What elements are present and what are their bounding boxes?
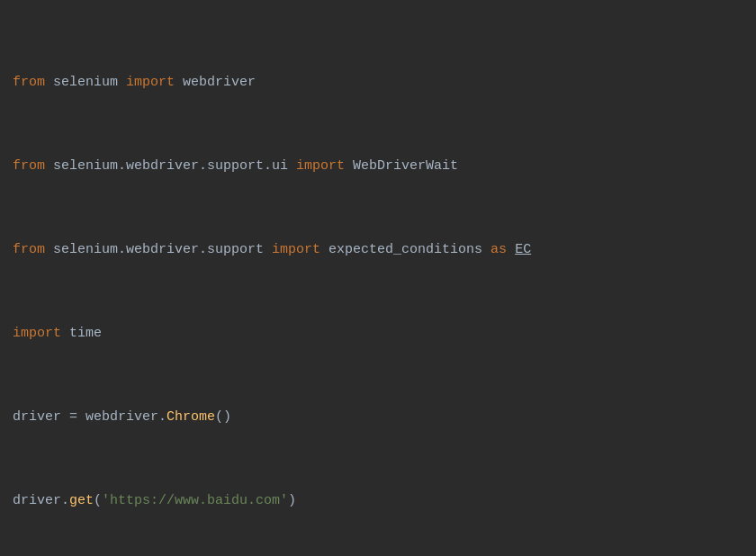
code-line-5: driver = webdriver.Chrome() <box>13 407 743 427</box>
code-line-6: driver.get('https://www.baidu.com') <box>13 490 743 511</box>
code-line-4: import time <box>13 323 743 344</box>
code-line-1: from selenium import webdriver <box>13 72 743 93</box>
code-editor: from selenium import webdriver from sele… <box>0 0 756 556</box>
code-line-2: from selenium.webdriver.support.ui impor… <box>13 156 743 176</box>
code-line-3: from selenium.webdriver.support import e… <box>13 239 743 260</box>
